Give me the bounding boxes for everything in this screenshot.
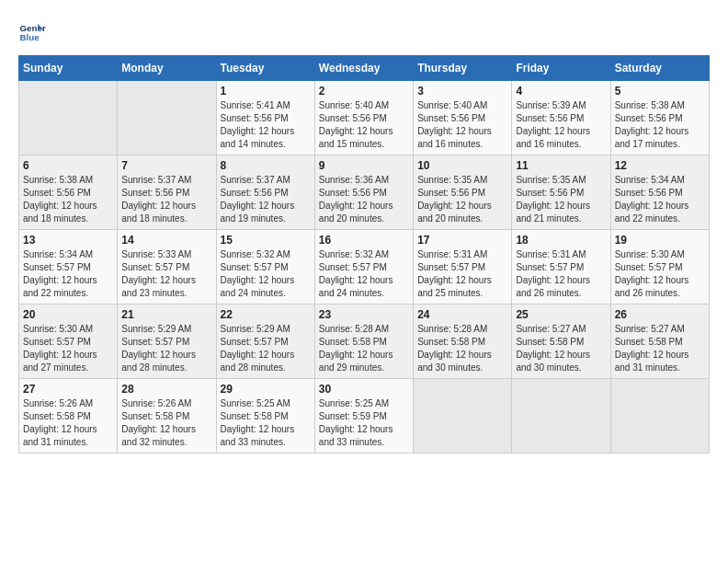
- calendar-week: 1Sunrise: 5:41 AM Sunset: 5:56 PM Daylig…: [19, 81, 710, 155]
- calendar-week: 27Sunrise: 5:26 AM Sunset: 5:58 PM Dayli…: [19, 379, 710, 454]
- calendar-cell: 25Sunrise: 5:27 AM Sunset: 5:58 PM Dayli…: [512, 304, 610, 379]
- calendar-cell: 30Sunrise: 5:25 AM Sunset: 5:59 PM Dayli…: [314, 379, 413, 454]
- day-number: 9: [319, 159, 409, 172]
- day-number: 21: [121, 308, 211, 321]
- weekday-header: Monday: [118, 56, 216, 81]
- day-detail: Sunrise: 5:25 AM Sunset: 5:58 PM Dayligh…: [221, 397, 311, 449]
- calendar-cell: 6Sunrise: 5:38 AM Sunset: 5:56 PM Daylig…: [19, 155, 118, 230]
- calendar-cell: 26Sunrise: 5:27 AM Sunset: 5:58 PM Dayli…: [610, 304, 709, 379]
- day-detail: Sunrise: 5:31 AM Sunset: 5:57 PM Dayligh…: [516, 248, 606, 300]
- calendar-cell: 2Sunrise: 5:40 AM Sunset: 5:56 PM Daylig…: [314, 81, 413, 155]
- day-detail: Sunrise: 5:30 AM Sunset: 5:57 PM Dayligh…: [23, 323, 113, 374]
- calendar-cell: 27Sunrise: 5:26 AM Sunset: 5:58 PM Dayli…: [19, 379, 118, 454]
- calendar-cell: 7Sunrise: 5:37 AM Sunset: 5:56 PM Daylig…: [118, 155, 216, 230]
- day-number: 17: [417, 234, 507, 247]
- day-detail: Sunrise: 5:30 AM Sunset: 5:57 PM Dayligh…: [615, 248, 705, 300]
- weekday-header: Friday: [512, 56, 610, 81]
- day-number: 19: [615, 234, 705, 247]
- day-detail: Sunrise: 5:36 AM Sunset: 5:56 PM Dayligh…: [319, 174, 409, 225]
- weekday-header: Saturday: [610, 56, 709, 81]
- day-number: 1: [221, 85, 311, 98]
- calendar-cell: 13Sunrise: 5:34 AM Sunset: 5:57 PM Dayli…: [19, 230, 118, 304]
- day-number: 15: [221, 234, 311, 247]
- calendar-cell: 4Sunrise: 5:39 AM Sunset: 5:56 PM Daylig…: [512, 81, 610, 155]
- day-number: 18: [516, 234, 606, 247]
- svg-text:General: General: [20, 23, 47, 33]
- calendar-cell: [118, 81, 216, 155]
- calendar-cell: 5Sunrise: 5:38 AM Sunset: 5:56 PM Daylig…: [610, 81, 709, 155]
- calendar-table: SundayMondayTuesdayWednesdayThursdayFrid…: [18, 55, 710, 454]
- calendar-cell: 9Sunrise: 5:36 AM Sunset: 5:56 PM Daylig…: [314, 155, 413, 230]
- svg-text:Blue: Blue: [20, 32, 40, 42]
- calendar-cell: 20Sunrise: 5:30 AM Sunset: 5:57 PM Dayli…: [19, 304, 118, 379]
- day-detail: Sunrise: 5:32 AM Sunset: 5:57 PM Dayligh…: [319, 248, 409, 300]
- day-number: 29: [221, 383, 311, 396]
- day-detail: Sunrise: 5:34 AM Sunset: 5:57 PM Dayligh…: [23, 248, 113, 300]
- calendar-cell: 11Sunrise: 5:35 AM Sunset: 5:56 PM Dayli…: [512, 155, 610, 230]
- day-detail: Sunrise: 5:28 AM Sunset: 5:58 PM Dayligh…: [417, 323, 507, 374]
- day-detail: Sunrise: 5:32 AM Sunset: 5:57 PM Dayligh…: [221, 248, 311, 300]
- day-detail: Sunrise: 5:28 AM Sunset: 5:58 PM Dayligh…: [319, 323, 409, 374]
- day-number: 7: [121, 159, 211, 172]
- calendar-cell: 8Sunrise: 5:37 AM Sunset: 5:56 PM Daylig…: [216, 155, 314, 230]
- day-number: 8: [221, 159, 311, 172]
- calendar-cell: [512, 379, 610, 454]
- calendar-cell: 10Sunrise: 5:35 AM Sunset: 5:56 PM Dayli…: [414, 155, 512, 230]
- calendar-cell: 18Sunrise: 5:31 AM Sunset: 5:57 PM Dayli…: [512, 230, 610, 304]
- day-number: 13: [23, 234, 113, 247]
- calendar-cell: 21Sunrise: 5:29 AM Sunset: 5:57 PM Dayli…: [118, 304, 216, 379]
- day-detail: Sunrise: 5:31 AM Sunset: 5:57 PM Dayligh…: [417, 248, 507, 300]
- day-detail: Sunrise: 5:40 AM Sunset: 5:56 PM Dayligh…: [417, 99, 507, 151]
- day-number: 28: [121, 383, 211, 396]
- day-detail: Sunrise: 5:29 AM Sunset: 5:57 PM Dayligh…: [221, 323, 311, 374]
- day-detail: Sunrise: 5:34 AM Sunset: 5:56 PM Dayligh…: [615, 174, 705, 225]
- day-number: 25: [516, 308, 606, 321]
- day-detail: Sunrise: 5:27 AM Sunset: 5:58 PM Dayligh…: [516, 323, 606, 374]
- day-detail: Sunrise: 5:33 AM Sunset: 5:57 PM Dayligh…: [121, 248, 211, 300]
- day-detail: Sunrise: 5:38 AM Sunset: 5:56 PM Dayligh…: [23, 174, 113, 225]
- calendar-cell: 19Sunrise: 5:30 AM Sunset: 5:57 PM Dayli…: [610, 230, 709, 304]
- day-detail: Sunrise: 5:25 AM Sunset: 5:59 PM Dayligh…: [319, 397, 409, 449]
- calendar-week: 13Sunrise: 5:34 AM Sunset: 5:57 PM Dayli…: [19, 230, 710, 304]
- weekday-header: Thursday: [414, 56, 512, 81]
- day-detail: Sunrise: 5:39 AM Sunset: 5:56 PM Dayligh…: [516, 99, 606, 151]
- day-number: 4: [516, 85, 606, 98]
- day-detail: Sunrise: 5:38 AM Sunset: 5:56 PM Dayligh…: [615, 99, 705, 151]
- calendar-cell: 12Sunrise: 5:34 AM Sunset: 5:56 PM Dayli…: [610, 155, 709, 230]
- day-number: 12: [615, 159, 705, 172]
- logo: General Blue: [18, 18, 50, 46]
- calendar-cell: 22Sunrise: 5:29 AM Sunset: 5:57 PM Dayli…: [216, 304, 314, 379]
- calendar-cell: 23Sunrise: 5:28 AM Sunset: 5:58 PM Dayli…: [314, 304, 413, 379]
- day-number: 14: [121, 234, 211, 247]
- calendar-cell: 16Sunrise: 5:32 AM Sunset: 5:57 PM Dayli…: [314, 230, 413, 304]
- day-number: 10: [417, 159, 507, 172]
- header: General Blue: [18, 18, 710, 46]
- calendar-cell: [610, 379, 709, 454]
- day-number: 20: [23, 308, 113, 321]
- day-number: 16: [319, 234, 409, 247]
- weekday-header: Sunday: [19, 56, 118, 81]
- day-detail: Sunrise: 5:35 AM Sunset: 5:56 PM Dayligh…: [516, 174, 606, 225]
- day-detail: Sunrise: 5:37 AM Sunset: 5:56 PM Dayligh…: [221, 174, 311, 225]
- day-number: 23: [319, 308, 409, 321]
- day-number: 2: [319, 85, 409, 98]
- day-number: 3: [417, 85, 507, 98]
- calendar-cell: 15Sunrise: 5:32 AM Sunset: 5:57 PM Dayli…: [216, 230, 314, 304]
- day-detail: Sunrise: 5:41 AM Sunset: 5:56 PM Dayligh…: [221, 99, 311, 151]
- calendar-cell: 24Sunrise: 5:28 AM Sunset: 5:58 PM Dayli…: [414, 304, 512, 379]
- day-detail: Sunrise: 5:26 AM Sunset: 5:58 PM Dayligh…: [23, 397, 113, 449]
- calendar-cell: 29Sunrise: 5:25 AM Sunset: 5:58 PM Dayli…: [216, 379, 314, 454]
- weekday-header: Wednesday: [314, 56, 413, 81]
- day-number: 11: [516, 159, 606, 172]
- calendar-week: 20Sunrise: 5:30 AM Sunset: 5:57 PM Dayli…: [19, 304, 710, 379]
- calendar-cell: 1Sunrise: 5:41 AM Sunset: 5:56 PM Daylig…: [216, 81, 314, 155]
- calendar-body: 1Sunrise: 5:41 AM Sunset: 5:56 PM Daylig…: [19, 81, 710, 454]
- calendar-header: SundayMondayTuesdayWednesdayThursdayFrid…: [19, 56, 710, 81]
- day-detail: Sunrise: 5:27 AM Sunset: 5:58 PM Dayligh…: [615, 323, 705, 374]
- day-number: 26: [615, 308, 705, 321]
- calendar-cell: 3Sunrise: 5:40 AM Sunset: 5:56 PM Daylig…: [414, 81, 512, 155]
- header-row: SundayMondayTuesdayWednesdayThursdayFrid…: [19, 56, 710, 81]
- calendar-cell: [414, 379, 512, 454]
- calendar-cell: 28Sunrise: 5:26 AM Sunset: 5:58 PM Dayli…: [118, 379, 216, 454]
- day-detail: Sunrise: 5:40 AM Sunset: 5:56 PM Dayligh…: [319, 99, 409, 151]
